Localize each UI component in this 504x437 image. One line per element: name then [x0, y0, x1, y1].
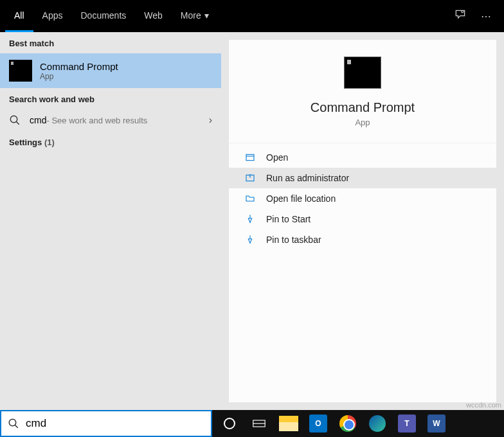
cortana-button[interactable] — [216, 413, 243, 434]
settings-count: (1) — [44, 138, 55, 147]
action-open-location[interactable]: Open file location — [229, 188, 496, 209]
settings-label: Settings — [9, 138, 44, 147]
cortana-icon — [224, 418, 235, 429]
action-pin-taskbar-label: Pin to taskbar — [266, 235, 321, 245]
bottom-bar: O T W — [0, 410, 504, 437]
action-pin-start-label: Pin to Start — [266, 214, 310, 224]
best-match-title: Command Prompt — [40, 61, 118, 72]
search-web-heading: Search work and web — [0, 88, 221, 109]
taskbar-app-chrome[interactable] — [334, 413, 361, 434]
command-prompt-icon — [9, 60, 32, 82]
filter-apps-label: Apps — [42, 10, 63, 21]
action-run-admin[interactable]: Run as administrator — [229, 168, 496, 188]
settings-heading[interactable]: Settings (1) — [0, 131, 221, 152]
filter-web-label: Web — [144, 10, 163, 21]
admin-icon — [244, 173, 256, 183]
preview-title: Command Prompt — [229, 100, 496, 115]
svg-point-1 — [10, 116, 17, 123]
preview-header: Command Prompt App — [229, 40, 496, 143]
word-icon: W — [428, 415, 446, 433]
folder-icon — [244, 193, 256, 204]
outlook-icon: O — [309, 415, 327, 433]
teams-icon: T — [398, 415, 416, 433]
best-match-heading: Best match — [0, 32, 221, 53]
filter-tab-apps[interactable]: Apps — [33, 0, 72, 32]
filter-tab-all[interactable]: All — [5, 0, 33, 32]
action-open-location-label: Open file location — [266, 193, 336, 204]
filter-tab-documents[interactable]: Documents — [71, 0, 135, 32]
taskbar: O T W — [212, 410, 504, 437]
svg-line-2 — [16, 121, 19, 125]
preview-subtitle: App — [229, 118, 496, 127]
web-query-text: cmd — [30, 115, 46, 125]
preview-app-icon — [344, 57, 381, 89]
preview-actions: Open Run as administrator Open file loca… — [229, 143, 496, 254]
action-open[interactable]: Open — [229, 147, 496, 168]
pin-start-icon — [244, 214, 256, 224]
taskbar-search-box[interactable] — [0, 410, 212, 437]
taskbar-app-teams[interactable]: T — [393, 413, 420, 434]
action-pin-taskbar[interactable]: Pin to taskbar — [229, 229, 496, 250]
action-pin-start[interactable]: Pin to Start — [229, 209, 496, 229]
filter-tab-more[interactable]: More▾ — [172, 0, 218, 32]
best-match-result[interactable]: Command Prompt App — [0, 53, 221, 88]
pin-taskbar-icon — [244, 235, 256, 245]
action-run-admin-label: Run as administrator — [266, 173, 349, 183]
search-input-icon — [8, 418, 19, 429]
svg-point-0 — [462, 10, 464, 12]
search-icon — [9, 114, 21, 126]
search-main: Best match Command Prompt App Search wor… — [0, 32, 504, 410]
taskbar-app-outlook[interactable]: O — [305, 413, 332, 434]
chrome-icon — [339, 415, 356, 432]
web-hint-text: - See work and web results — [46, 116, 147, 125]
feedback-icon[interactable] — [447, 8, 473, 24]
svg-line-6 — [15, 425, 18, 428]
chevron-right-icon: › — [209, 114, 212, 126]
open-icon — [244, 152, 256, 163]
action-open-label: Open — [266, 152, 288, 163]
results-panel: Best match Command Prompt App Search wor… — [0, 32, 221, 410]
search-input[interactable] — [26, 417, 204, 430]
edge-icon — [369, 415, 386, 432]
svg-rect-3 — [246, 154, 254, 160]
search-filter-bar: All Apps Documents Web More▾ ⋯ — [0, 0, 504, 32]
svg-point-5 — [9, 419, 16, 426]
watermark: wccdn.com — [466, 401, 501, 409]
more-options-icon[interactable]: ⋯ — [473, 10, 499, 22]
file-explorer-icon — [279, 416, 298, 431]
chevron-down-icon: ▾ — [204, 10, 209, 21]
web-search-result[interactable]: cmd - See work and web results › — [0, 109, 221, 131]
taskbar-app-explorer[interactable] — [275, 413, 302, 434]
filter-more-label: More — [181, 10, 201, 21]
preview-panel: Command Prompt App Open Run as administr… — [229, 40, 496, 402]
taskbar-app-word[interactable]: W — [423, 413, 450, 434]
taskbar-app-edge[interactable] — [364, 413, 391, 434]
task-view-icon — [253, 418, 266, 429]
filter-all-label: All — [14, 10, 24, 21]
task-view-button[interactable] — [246, 413, 273, 434]
best-match-subtitle: App — [40, 72, 118, 81]
filter-documents-label: Documents — [80, 10, 126, 21]
filter-tab-web[interactable]: Web — [135, 0, 172, 32]
